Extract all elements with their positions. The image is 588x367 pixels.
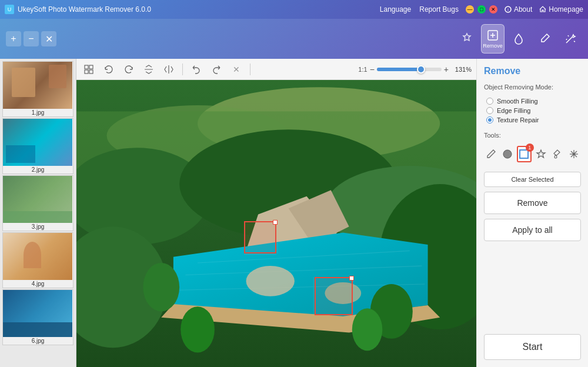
circle-select-btn[interactable] [500,146,514,162]
texture-repair-option[interactable]: Texture Repair [486,116,581,124]
cancel-tool[interactable]: ✕ [229,62,244,77]
thumbnail-4[interactable]: 4.jpg [2,232,74,288]
brush-tool-button[interactable] [533,24,556,54]
selection-box-1[interactable] [244,221,276,253]
about-link[interactable]: i About [505,5,532,14]
flip-v-tool[interactable] [141,62,156,77]
pin-icon [460,32,473,45]
start-button[interactable]: Start [484,334,581,360]
remove-tool-button[interactable]: Remove [481,24,505,54]
redo-tool[interactable] [209,62,224,77]
paint-tool-btn[interactable] [550,146,564,162]
rotate-ccw-tool[interactable] [101,62,116,77]
undo-tool[interactable] [189,62,204,77]
zoom-fit-label[interactable]: 1:1 [358,66,367,73]
thumbnail-6[interactable]: 6.jpg [2,289,74,345]
svg-point-26 [181,306,215,352]
edge-filling-option[interactable]: Edge Filling [486,107,581,114]
svg-rect-6 [89,70,93,74]
svg-text:i: i [507,8,509,12]
clear-selected-button[interactable]: Clear Selected [484,172,581,187]
apply-to-all-button[interactable]: Apply to all [484,219,581,241]
tools-section-label: Tools: [484,132,581,139]
selection-box-2[interactable] [315,277,353,315]
zoom-slider[interactable] [377,68,442,71]
magic-icon [564,32,577,45]
thumbnail-3[interactable]: 3.jpg [2,175,74,231]
smooth-filling-option[interactable]: Smooth Filling [486,98,581,105]
homepage-link[interactable]: Homepage [539,5,583,14]
titlebar: U UkeySoft Photo Watermark Remover 6.0.0… [0,0,588,19]
thumb-2-label: 2.jpg [3,166,73,174]
main-area: 1.jpg 2.jpg 3.jpg 4.jpg [0,59,588,367]
svg-point-35 [573,153,575,155]
titlebar-nav: Language Report Bugs [380,5,459,14]
pin-tool-button[interactable] [455,24,479,54]
thumb-4-label: 4.jpg [3,280,73,288]
smooth-filling-radio[interactable] [486,98,493,105]
svg-rect-5 [85,70,88,74]
zoom-plus[interactable]: + [444,65,449,74]
star-tool-btn[interactable] [534,146,548,162]
app-title: UkeySoft Photo Watermark Remover 6.0.0 [18,5,151,14]
titlebar-left: U UkeySoft Photo Watermark Remover 6.0.0 [5,5,151,14]
drop-tool-button[interactable] [507,24,530,54]
clear-files-button[interactable]: ✕ [41,31,56,46]
svg-point-27 [246,266,294,296]
svg-rect-4 [89,65,93,69]
rotate-cw-tool[interactable] [121,62,136,77]
tools-row: 1 [484,146,581,162]
remove-file-button[interactable]: − [24,31,39,46]
magic-tool-button[interactable] [559,24,582,54]
sidebar: 1.jpg 2.jpg 3.jpg 4.jpg [0,59,76,367]
rect-select-btn[interactable]: 1 [517,146,531,162]
mode-label: Object Removing Mode: [484,84,581,91]
brush-icon [538,32,551,45]
home-icon [539,6,546,13]
right-panel: Remove Object Removing Mode: Smooth Fill… [476,59,588,367]
svg-point-29 [503,150,512,158]
svg-rect-3 [85,65,88,69]
flip-h-tool[interactable] [161,62,176,77]
zoom-minus[interactable]: − [370,65,375,74]
titlebar-controls: — □ ✕ [466,5,497,14]
image-section: ✕ 1:1 − + 131% [76,59,476,367]
remove-tool-label: Remove [483,43,503,49]
edge-filling-radio[interactable] [486,107,493,114]
svg-point-23 [143,263,179,311]
thumbnail-list: 1.jpg 2.jpg 3.jpg 4.jpg [0,59,76,348]
panel-title: Remove [484,66,581,76]
add-file-button[interactable]: + [6,31,21,46]
report-bugs-link[interactable]: Report Bugs [419,5,459,14]
thumbnail-1[interactable]: 1.jpg [2,61,74,117]
thumb-1-label: 1.jpg [3,109,73,116]
grid-tool[interactable] [81,62,96,77]
minimize-button[interactable]: — [466,5,474,14]
image-canvas[interactable] [76,80,476,367]
zoom-control: 1:1 − + 131% [358,65,472,74]
zoom-level: 131% [451,66,472,73]
thumb-3-label: 3.jpg [3,223,73,231]
texture-repair-radio[interactable] [486,116,493,124]
texture-repair-label: Texture Repair [497,116,539,124]
remove-button[interactable]: Remove [484,192,581,214]
language-link[interactable]: Language [380,5,411,14]
rect-select-badge: 1 [526,144,534,152]
maximize-button[interactable]: □ [477,5,486,14]
thumbnail-2[interactable]: 2.jpg [2,118,74,174]
app-icon: U [5,5,14,14]
titlebar-right: Language Report Bugs — □ ✕ i About Homep… [380,5,583,14]
pattern-tool-btn[interactable] [567,146,581,162]
svg-point-25 [352,308,383,351]
main-toolbar: + − ✕ Remove [0,19,588,59]
image-toolbar: ✕ 1:1 − + 131% [76,59,476,80]
remove-icon [486,29,499,42]
close-button[interactable]: ✕ [489,5,497,14]
pencil-tool-btn[interactable] [484,146,498,162]
mode-radio-group: Smooth Filling Edge Filling Texture Repa… [484,98,581,124]
svg-rect-30 [520,150,528,158]
drop-icon [512,32,525,45]
thumb-6-label: 6.jpg [3,337,73,345]
edge-filling-label: Edge Filling [497,107,530,114]
lock-icon: i [505,6,512,13]
